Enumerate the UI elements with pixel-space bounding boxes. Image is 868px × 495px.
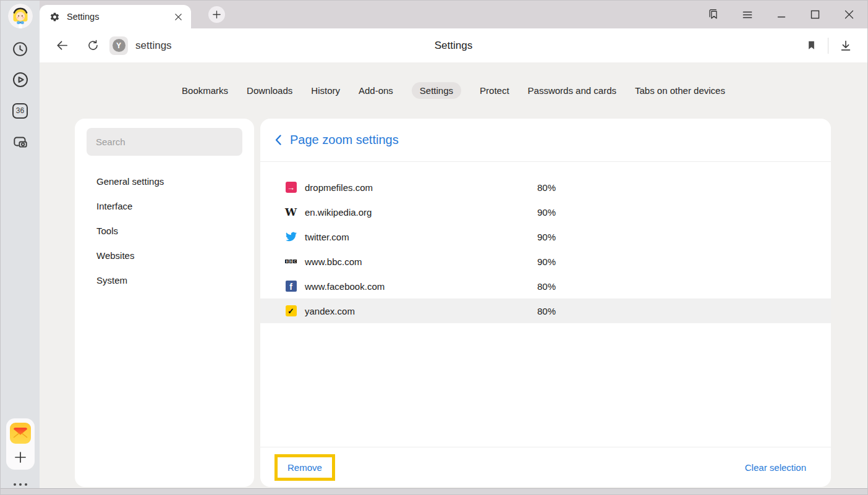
downloads-button[interactable] — [839, 39, 853, 53]
minimize-button[interactable] — [764, 1, 798, 28]
site-name: dropmefiles.com — [305, 182, 537, 193]
chevron-left-icon — [274, 134, 282, 146]
bookmark-icon — [806, 40, 817, 51]
settings-nav-list: General settings Interface Tools Website… — [87, 169, 242, 293]
selected-checkbox-icon[interactable]: ✓ — [285, 305, 297, 317]
tab-bookmarks[interactable]: Bookmarks — [182, 82, 228, 99]
facebook-favicon-icon: f — [285, 281, 297, 292]
maximize-button[interactable] — [798, 1, 832, 28]
browser-tab-settings[interactable]: Settings — [40, 5, 191, 28]
sidebar-more-button[interactable] — [14, 483, 27, 486]
sidebar-item-system[interactable]: System — [87, 268, 242, 293]
site-row-wikipedia[interactable]: W en.wikipedia.org 90% — [260, 200, 831, 224]
maximize-icon — [811, 10, 820, 19]
sidebar-dock — [6, 418, 35, 470]
url-text: settings — [135, 40, 172, 52]
site-row-facebook[interactable]: f www.facebook.com 80% — [260, 274, 831, 298]
clear-selection-link[interactable]: Clear selection — [745, 462, 806, 473]
site-zoom-value: 90% — [537, 256, 556, 267]
settings-nav-panel: General settings Interface Tools Website… — [75, 119, 254, 487]
tab-history[interactable]: History — [311, 82, 340, 99]
clock-icon — [12, 41, 28, 57]
bookmark-button[interactable] — [806, 40, 817, 51]
window-controls — [696, 1, 867, 28]
address-bar[interactable]: Y settings — [109, 36, 172, 55]
new-tab-button[interactable] — [208, 6, 225, 23]
plus-icon — [13, 450, 28, 465]
tab-strip: Settings — [40, 1, 867, 28]
page-zoom-panel: Page zoom settings → dropmefiles.com 80% — [260, 119, 831, 487]
tab-other-devices[interactable]: Tabs on other devices — [635, 82, 725, 99]
close-icon — [845, 10, 854, 19]
remove-button[interactable]: Remove — [274, 454, 335, 481]
app-sidebar: 36 — [1, 1, 40, 494]
site-favicon-badge: Y — [109, 36, 128, 55]
temperature-badge: 36 — [12, 103, 28, 119]
sidebar-item-general-settings[interactable]: General settings — [87, 169, 242, 194]
page-zoom-header[interactable]: Page zoom settings — [260, 119, 831, 162]
site-zoom-value: 80% — [537, 306, 556, 316]
close-tab-icon[interactable] — [172, 11, 184, 22]
main-column: Settings — [40, 1, 867, 494]
site-zoom-value: 80% — [537, 281, 556, 292]
zoom-panel-footer: Remove Clear selection — [260, 447, 831, 487]
yandex-mail-button[interactable] — [10, 423, 31, 444]
reload-button[interactable] — [87, 39, 100, 52]
window-bottom-frame — [1, 488, 867, 494]
dropmefiles-favicon-icon: → — [285, 182, 297, 193]
play-icon — [12, 71, 29, 88]
tab-passwords[interactable]: Passwords and cards — [528, 82, 616, 99]
tab-title: Settings — [67, 12, 172, 22]
back-arrow-icon — [55, 38, 69, 53]
site-name: en.wikipedia.org — [305, 207, 537, 218]
site-zoom-value: 90% — [537, 207, 556, 218]
media-button[interactable] — [10, 69, 31, 90]
sidebar-item-interface[interactable]: Interface — [87, 194, 242, 219]
wikipedia-favicon-icon: W — [285, 206, 297, 218]
menu-button[interactable] — [730, 1, 764, 28]
bbc-favicon-icon: BBC — [285, 256, 297, 268]
search-input[interactable] — [87, 128, 242, 156]
screenshot-camera-icon — [12, 133, 29, 150]
site-zoom-value: 80% — [537, 182, 556, 193]
history-button[interactable] — [10, 38, 31, 59]
site-name: yandex.com — [305, 306, 537, 316]
tab-panel-button[interactable] — [696, 1, 730, 28]
close-window-button[interactable] — [832, 1, 866, 28]
tab-addons[interactable]: Add-ons — [359, 82, 393, 99]
zoom-site-list: → dropmefiles.com 80% W en.wikipedia.org… — [260, 162, 831, 323]
site-name: www.bbc.com — [305, 256, 537, 267]
sidebar-item-tools[interactable]: Tools — [87, 219, 242, 243]
yandex-favicon-icon: Y — [113, 39, 126, 52]
tab-protect[interactable]: Protect — [480, 82, 509, 99]
screenshot-button[interactable] — [10, 131, 31, 152]
plus-icon — [212, 10, 221, 19]
weather-widget[interactable]: 36 — [10, 100, 31, 121]
site-row-yandex[interactable]: ✓ yandex.com 80% — [260, 298, 831, 323]
browser-toolbar: Y settings Settings — [40, 28, 867, 62]
mail-icon — [10, 423, 31, 444]
page-title: Page zoom settings — [290, 133, 399, 147]
tab-settings[interactable]: Settings — [412, 82, 461, 99]
hamburger-menu-icon — [742, 9, 753, 20]
tab-panel-icon — [707, 8, 720, 21]
back-button[interactable] — [55, 38, 69, 53]
settings-panels: General settings Interface Tools Website… — [75, 119, 831, 487]
sidebar-item-websites[interactable]: Websites — [87, 243, 242, 268]
settings-page: Bookmarks Downloads History Add-ons Sett… — [40, 62, 867, 494]
add-shortcut-button[interactable] — [13, 450, 28, 465]
site-row-dropmefiles[interactable]: → dropmefiles.com 80% — [260, 175, 831, 200]
minimize-icon — [777, 11, 786, 19]
download-icon — [839, 39, 853, 53]
toolbar-separator — [828, 38, 828, 54]
toolbar-page-title: Settings — [435, 40, 472, 52]
twitter-favicon-icon — [285, 231, 297, 243]
site-row-bbc[interactable]: BBC www.bbc.com 90% — [260, 249, 831, 274]
gear-icon — [49, 12, 60, 22]
avatar-illustration — [8, 4, 33, 28]
site-name: www.facebook.com — [305, 281, 537, 292]
profile-avatar[interactable] — [8, 4, 33, 28]
site-row-twitter[interactable]: twitter.com 90% — [260, 224, 831, 249]
site-name: twitter.com — [305, 232, 537, 242]
tab-downloads[interactable]: Downloads — [247, 82, 292, 99]
